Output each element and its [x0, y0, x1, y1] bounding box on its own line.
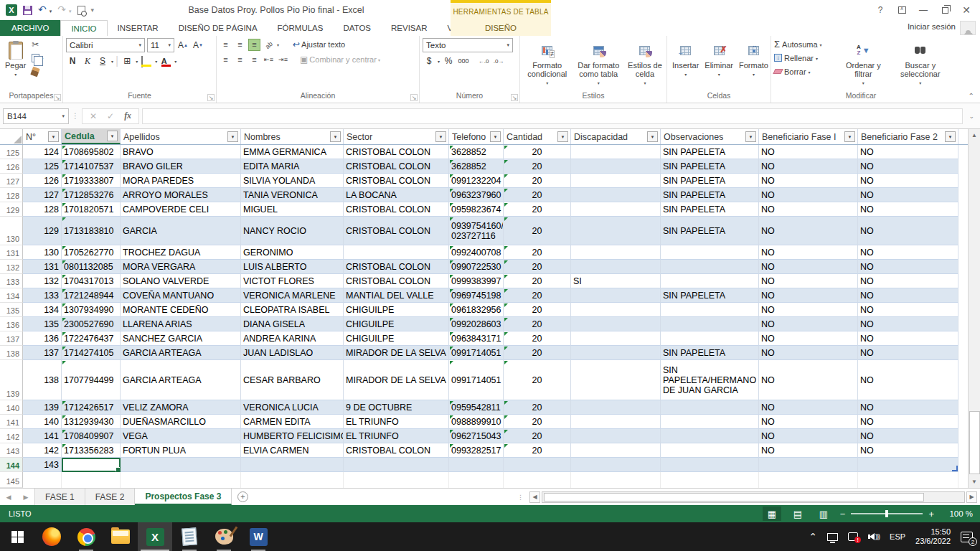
- cell[interactable]: [759, 472, 858, 488]
- cell[interactable]: 20: [504, 188, 571, 202]
- cell[interactable]: [571, 245, 661, 260]
- enter-formula-icon[interactable]: ✓: [107, 111, 114, 121]
- cell[interactable]: 0988899910: [449, 415, 504, 429]
- sign-in-link[interactable]: Iniciar sesión: [908, 22, 956, 31]
- cell[interactable]: NO: [759, 145, 858, 159]
- cell[interactable]: CRISTOBAL COLON: [344, 260, 449, 274]
- taskbar-chrome-button[interactable]: [69, 522, 103, 551]
- formula-input[interactable]: [142, 108, 963, 124]
- cell[interactable]: SIN PAPELETA: [661, 217, 759, 245]
- increase-font-icon[interactable]: A▲: [176, 39, 189, 52]
- cell[interactable]: ELVIA CARMEN: [241, 443, 344, 458]
- tray-chevron-up-icon[interactable]: ⌃: [809, 531, 817, 542]
- bold-button[interactable]: N: [66, 55, 79, 67]
- cell[interactable]: NO: [759, 317, 858, 331]
- taskbar-word-button[interactable]: W: [241, 522, 275, 551]
- underline-dropdown-icon[interactable]: ▾: [111, 59, 113, 64]
- cell[interactable]: [858, 472, 958, 488]
- cell[interactable]: 0959823674: [449, 202, 504, 217]
- cell[interactable]: 0961832956: [449, 303, 504, 317]
- cell[interactable]: 20: [504, 400, 571, 415]
- cell[interactable]: ANDREA KARINA: [241, 331, 344, 346]
- tabbar-resize-handle[interactable]: ⋮: [517, 494, 524, 500]
- cell[interactable]: 20: [504, 415, 571, 429]
- cell[interactable]: [661, 458, 759, 472]
- cell[interactable]: 141: [23, 429, 62, 443]
- filter-icon[interactable]: ▼: [647, 131, 658, 142]
- action-center-icon[interactable]: !: [848, 532, 858, 541]
- taskbar-excel-button[interactable]: X: [138, 522, 172, 551]
- tab-insertar[interactable]: INSERTAR: [108, 20, 169, 36]
- cell[interactable]: 20: [504, 443, 571, 458]
- cell[interactable]: NO: [858, 443, 958, 458]
- cell[interactable]: MANTIAL DEL VALLE: [344, 288, 449, 303]
- cell[interactable]: SIN PAPELETA: [661, 145, 759, 159]
- cell[interactable]: [661, 415, 759, 429]
- cell[interactable]: [571, 217, 661, 245]
- cell[interactable]: LUIS ALBERTO: [241, 260, 344, 274]
- cell[interactable]: [661, 317, 759, 331]
- align-middle-icon[interactable]: ≡: [234, 39, 246, 51]
- column-header-cedula[interactable]: Cedula▼: [62, 129, 121, 144]
- cell[interactable]: 20: [504, 288, 571, 303]
- cell[interactable]: MIRADOR DE LA SELVA: [344, 346, 449, 360]
- cell[interactable]: VERONICA LUCIA: [241, 400, 344, 415]
- cell[interactable]: CRISTOBAL COLON: [344, 174, 449, 188]
- restore-icon[interactable]: [936, 2, 954, 18]
- cell[interactable]: [571, 188, 661, 202]
- column-header-beneficiario-fase-2[interactable]: Beneficiario Fase 2▼: [858, 129, 958, 144]
- column-header-apellidos[interactable]: Apellidos▼: [121, 129, 241, 144]
- cell[interactable]: 139: [23, 400, 62, 415]
- row-header-140[interactable]: 140: [0, 400, 23, 415]
- zoom-percentage[interactable]: 100 %: [941, 509, 973, 518]
- cell[interactable]: NO: [858, 145, 958, 159]
- cell[interactable]: 143: [23, 458, 62, 472]
- cell[interactable]: [571, 260, 661, 274]
- cell[interactable]: 0969745198: [449, 288, 504, 303]
- cell[interactable]: 0991232204: [449, 174, 504, 188]
- cell[interactable]: NO: [858, 188, 958, 202]
- cell[interactable]: NO: [759, 443, 858, 458]
- cell[interactable]: 1713356283: [62, 443, 121, 458]
- cell[interactable]: VELIZ ZAMORA: [121, 400, 241, 415]
- horizontal-scroll-track[interactable]: [542, 491, 965, 503]
- tab-diseno-contextual[interactable]: DISEÑO: [451, 20, 551, 36]
- cell[interactable]: 1719333807: [62, 174, 121, 188]
- cell[interactable]: [504, 472, 571, 488]
- cell[interactable]: 126: [23, 174, 62, 188]
- add-sheet-button[interactable]: +: [232, 489, 253, 505]
- cell[interactable]: [62, 472, 121, 488]
- zoom-slider[interactable]: − +: [840, 509, 934, 519]
- namebox-resize-handle[interactable]: ⋮: [72, 113, 79, 119]
- taskbar-firefox-button[interactable]: [34, 522, 69, 551]
- filter-icon[interactable]: ▼: [330, 131, 341, 142]
- help-icon[interactable]: ?: [871, 2, 890, 18]
- cell[interactable]: [661, 429, 759, 443]
- filter-icon[interactable]: ▼: [557, 131, 568, 142]
- cell[interactable]: MORANTE CEDEÑO: [121, 303, 241, 317]
- sort-filter-button[interactable]: AZ▼ Ordenar y filtrar▾: [836, 38, 890, 91]
- cell[interactable]: [571, 415, 661, 429]
- cell[interactable]: NO: [858, 202, 958, 217]
- filter-icon[interactable]: ▼: [107, 131, 118, 141]
- cell[interactable]: SOLANO VALVERDE: [121, 274, 241, 288]
- cell[interactable]: ARROYO MORALES: [121, 188, 241, 202]
- vertical-scrollbar[interactable]: ▲ ▼: [968, 129, 980, 488]
- sheet-tab-fase-1[interactable]: FASE 1: [34, 489, 85, 505]
- cell[interactable]: 142: [23, 443, 62, 458]
- row-header-143[interactable]: 143: [0, 443, 23, 458]
- filter-icon[interactable]: ▼: [48, 131, 59, 142]
- horizontal-scrollbar[interactable]: ⋮ ◀ ▶: [517, 491, 977, 503]
- avatar[interactable]: [960, 21, 976, 35]
- cell[interactable]: 9 DE OCTUBRE: [344, 400, 449, 415]
- horizontal-scroll-thumb[interactable]: [544, 493, 924, 501]
- cell[interactable]: 0990722530: [449, 260, 504, 274]
- cell[interactable]: NO: [858, 303, 958, 317]
- cell[interactable]: [241, 458, 344, 472]
- fill-button[interactable]: ↓ Rellenar▾: [774, 52, 834, 64]
- tab-diseño-de-página[interactable]: DISEÑO DE PÁGINA: [169, 20, 268, 36]
- cell-styles-button[interactable]: Estilos de celda▾: [626, 38, 664, 91]
- cell[interactable]: 0993282517: [449, 443, 504, 458]
- cell[interactable]: [571, 458, 661, 472]
- taskbar-notepad-button[interactable]: [172, 522, 207, 551]
